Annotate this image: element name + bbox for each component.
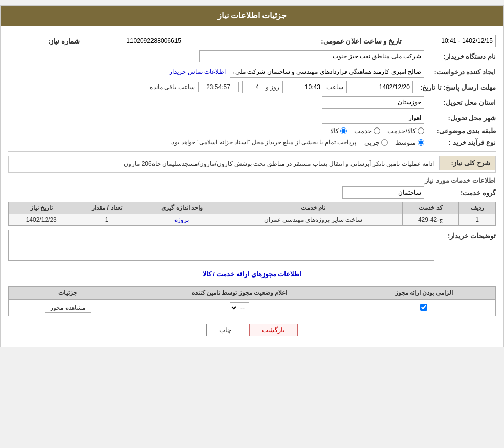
mohlat-label: مهلت ارسال پاسخ: تا تاریخ: [416,83,496,91]
radio-kala-khedmat[interactable]: کالا/خدمت [387,127,424,135]
permit-required-cell [352,300,496,316]
ostan-label: استان محل تحویل: [424,99,496,106]
cell-unit[interactable]: پروژه [140,214,224,226]
services-table: ردیف کد خدمت نام خدمت واحد اندازه گیری ت… [8,202,496,226]
radio-khedmat[interactable]: خدمت [354,127,380,135]
cell-date: 1402/12/23 [9,214,74,226]
page-header: جزئیات اطلاعات نیاز [1,6,503,26]
taarikh-elan-label: تاریخ و ساعت اعلان عمومی: [317,37,402,45]
print-button[interactable]: چاپ [206,324,244,336]
services-title: اطلاعات خدمات مورد نیاز [8,177,496,184]
th-name: نام خدمت [224,202,403,214]
cell-name: ساخت سایر پروژه‌های مهندسی عمران [224,214,403,226]
group-khedmat-input [342,186,424,199]
tabaqe-label: طبقه بندی موضوعی: [424,127,496,135]
nam-dastgah-label: نام دستگاه خریدار: [424,53,496,60]
time-input [282,81,323,93]
permit-table: الزامی بودن ارائه مجوز اعلام وضعیت مجوز … [8,286,496,316]
taarikh-elan-input[interactable] [404,35,496,47]
services-table-header-row: ردیف کد خدمت نام خدمت واحد اندازه گیری ت… [9,202,496,214]
sharh-label: شرح کلی نیاز: [439,156,495,170]
th-amount: تعداد / مقدار [74,202,140,214]
th-radif: ردیف [459,202,496,214]
sharh-section: شرح کلی نیاز: ادامه عملیات تامین تانکر آ… [8,156,496,173]
noe-farayand-label: نوع فرآیند خرید : [424,139,496,146]
th-code: کد خدمت [402,202,459,214]
shahr-label: شهر محل تحویل: [424,114,496,122]
ostan-input [322,96,424,109]
tabaqe-radio-group: کالا/خدمت خدمت کالا [330,127,424,135]
permit-details-cell: مشاهده مجوز [9,300,127,316]
permit-status-select[interactable]: -- [230,302,249,313]
buyer-notes-box[interactable] [8,230,434,261]
days-input [242,81,262,93]
permit-table-row: -- مشاهده مجوز [9,300,496,316]
th-permit-required: الزامی بودن ارائه مجوز [352,287,496,300]
permit-required-checkbox[interactable] [420,304,427,311]
buyer-notes-label: توضیحات خریدار: [434,230,496,240]
cell-code: ج-42-429 [402,214,459,226]
permit-status-cell: -- [127,300,352,316]
date-input [346,81,413,93]
time-label: ساعت [326,83,343,91]
sharh-content: ادامه عملیات تامین تانکر آبرسانی و انتقا… [9,156,439,172]
radio-kala[interactable]: کالا [330,127,347,135]
nam-dastgah-input [199,50,424,62]
divider-1 [8,151,496,152]
remaining-label: ساعت باقی مانده [150,83,195,91]
noe-farayand-radio-group: متوسط جزیی [364,139,424,146]
ijad-konande-input [230,66,424,78]
cell-amount: 1 [74,214,140,226]
permit-section-title: اطلاعات مجوزهای ارائه خدمت / کالا [8,266,496,278]
permit-table-header-row: الزامی بودن ارائه مجوز اعلام وضعیت مجوز … [9,287,496,300]
days-label: روز و [266,83,279,91]
shomare-niaz-input [82,35,184,47]
ettelaat-tamas-link[interactable]: اطلاعات تماس خریدار [169,68,226,75]
th-permit-status: اعلام وضعیت مجوز توسط نامین کننده [127,287,352,300]
radio-jozii[interactable]: جزیی [364,139,388,146]
table-row: 1 ج-42-429 ساخت سایر پروژه‌های مهندسی عم… [9,214,496,226]
remaining-timer: 23:54:57 [198,82,239,92]
buyer-notes-section: توضیحات خریدار: [8,230,496,261]
radio-motevaset[interactable]: متوسط [395,139,424,146]
shahr-input [322,112,424,124]
back-button[interactable]: بازگشت [249,324,298,336]
footer-buttons: بازگشت چاپ [8,324,496,336]
th-date: تاریخ نیاز [9,202,74,214]
ijad-konande-label: ایجاد کننده درخواست: [424,68,496,76]
page-title: جزئیات اطلاعات نیاز [217,11,287,20]
cell-radif: 1 [459,214,496,226]
farayand-notice: پرداخت تمام یا بخشی از مبلغ خریداز محل "… [167,138,359,147]
th-unit: واحد اندازه گیری [140,202,224,214]
shomare-niaz-label: شماره نیاز: [8,37,80,45]
view-permit-button[interactable]: مشاهده مجوز [45,303,91,313]
th-permit-details: جزئیات [9,287,127,300]
group-khedmat-label: گروه خدمت: [424,189,496,197]
